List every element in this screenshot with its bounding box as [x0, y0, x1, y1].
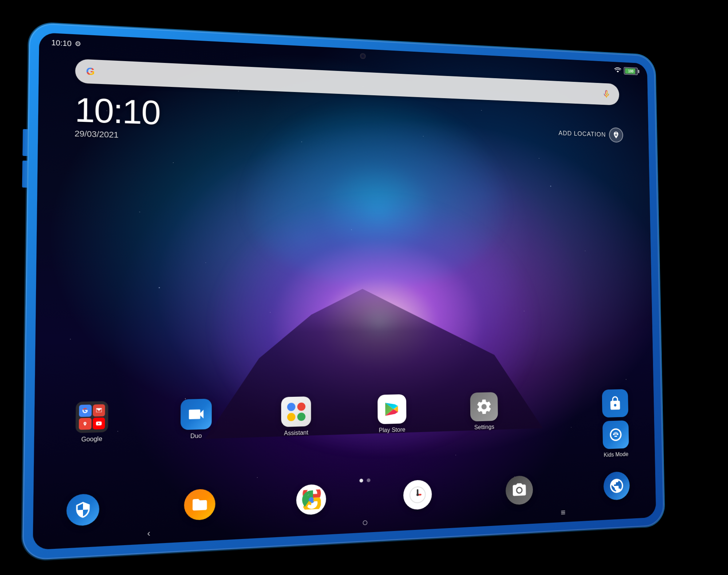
- folder-google-icon: [79, 404, 91, 417]
- kidsmode-label: Kids Mode: [604, 451, 628, 458]
- mic-icon: [602, 89, 611, 99]
- clock-icon[interactable]: [403, 479, 432, 510]
- status-right: 100: [614, 66, 638, 75]
- lock-app-icon[interactable]: [602, 389, 629, 417]
- assistant-dot-yellow: [287, 412, 295, 421]
- status-time: 10:10: [51, 38, 72, 48]
- playstore-label: Play Store: [379, 426, 405, 434]
- front-camera: [360, 53, 366, 59]
- google-folder-icon[interactable]: [75, 401, 108, 433]
- main-clock: 10:10 29/03/2021: [75, 93, 160, 141]
- tablet-screen: 10:10 ⚙ 100 G: [33, 32, 656, 550]
- chrome-dock-item[interactable]: [296, 484, 326, 515]
- security-icon[interactable]: [66, 493, 99, 526]
- clock-svg: [408, 485, 427, 505]
- tablet-device: 10:10 ⚙ 100 G: [22, 22, 664, 560]
- assistant-dot-red: [297, 402, 305, 411]
- security-dock-item[interactable]: [66, 493, 99, 526]
- camera-app-icon[interactable]: [506, 475, 533, 505]
- duo-icon[interactable]: [181, 399, 212, 430]
- folder-maps-icon: [79, 418, 91, 430]
- volume-down-button[interactable]: [22, 160, 28, 187]
- assistant-dots-grid: [287, 402, 305, 421]
- duo-app[interactable]: Duo: [173, 398, 219, 440]
- battery-tip: [638, 69, 640, 73]
- main-time-display: 10:10: [75, 93, 160, 129]
- folder-svg: [191, 496, 208, 514]
- files-icon[interactable]: [184, 488, 215, 521]
- settings-svg: [475, 398, 493, 416]
- kidsmode-app-item[interactable]: Kids Mode: [602, 420, 629, 458]
- add-location-button[interactable]: [609, 127, 623, 143]
- google-g-letter: G: [86, 65, 95, 77]
- camera-svg: [511, 482, 527, 499]
- volume-up-button[interactable]: [23, 129, 28, 156]
- page-dot-2: [367, 478, 371, 482]
- settings-label: Settings: [474, 423, 494, 430]
- folder-youtube-icon: [92, 417, 105, 430]
- page-indicator: [360, 478, 371, 482]
- duo-svg: [186, 404, 206, 424]
- files-dock-item[interactable]: [184, 488, 215, 521]
- lens-svg: [609, 477, 625, 494]
- playstore-icon[interactable]: [377, 394, 406, 424]
- shield-svg: [74, 500, 92, 519]
- lens-dock-item[interactable]: [603, 471, 630, 500]
- settings-app[interactable]: Settings: [463, 392, 505, 431]
- add-location-icon: [612, 131, 620, 139]
- clock-dock-item[interactable]: [403, 479, 432, 510]
- assistant-icon[interactable]: [281, 396, 311, 427]
- playstore-svg: [383, 400, 401, 419]
- google-folder-label: Google: [81, 435, 102, 443]
- lock-icon: [608, 395, 622, 411]
- google-folder-app[interactable]: Google: [67, 401, 116, 443]
- camera-dock-item[interactable]: [506, 475, 533, 505]
- back-button[interactable]: ‹: [139, 526, 159, 540]
- chrome-svg: [301, 489, 321, 510]
- volume-buttons: [22, 129, 28, 187]
- lens-icon[interactable]: [603, 471, 630, 500]
- assistant-dot-green: [297, 412, 305, 420]
- wifi-icon: [614, 66, 621, 74]
- add-location-widget[interactable]: ADD LOCATION: [558, 125, 623, 142]
- google-logo: G: [83, 64, 98, 79]
- add-location-label: ADD LOCATION: [558, 129, 606, 138]
- duo-label: Duo: [190, 432, 202, 440]
- menu-button[interactable]: ≡: [555, 505, 571, 519]
- playstore-app[interactable]: Play Store: [370, 394, 414, 434]
- settings-status-icon[interactable]: ⚙: [75, 39, 81, 48]
- page-dot-1: [360, 479, 363, 483]
- battery-indicator: 100: [624, 67, 638, 75]
- chrome-icon[interactable]: [296, 484, 326, 515]
- settings-icon[interactable]: [470, 392, 498, 422]
- assistant-dot-blue: [287, 402, 295, 411]
- folder-gmail-icon: [92, 404, 105, 416]
- home-button[interactable]: ○: [356, 515, 374, 529]
- kidsmode-svg: [608, 426, 624, 443]
- mic-button[interactable]: [600, 87, 613, 101]
- assistant-app[interactable]: Assistant: [274, 396, 318, 437]
- kidsmode-app[interactable]: [553, 408, 592, 410]
- status-left: 10:10 ⚙: [51, 38, 81, 48]
- assistant-label: Assistant: [284, 429, 308, 437]
- battery-text: 100: [628, 69, 634, 73]
- kidsmode-icon[interactable]: [602, 420, 629, 449]
